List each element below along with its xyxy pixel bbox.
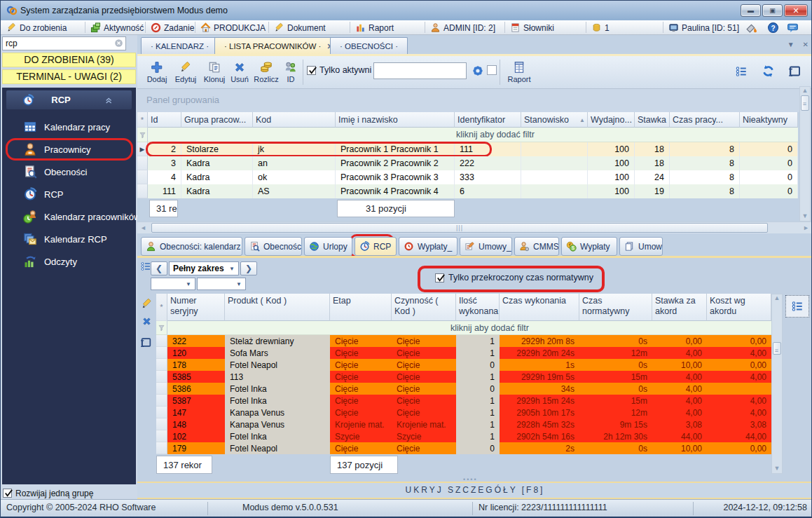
filter-dropdown-2[interactable]: ▼ xyxy=(197,278,246,290)
column-header-wydajno[interactable]: Wydajno... xyxy=(588,112,635,128)
close-button[interactable]: ✕ xyxy=(784,4,808,17)
sidebar-item-odczyty[interactable]: Odczyty xyxy=(6,252,136,271)
column-header-czas-pracy[interactable]: Czas pracy... xyxy=(670,112,740,128)
menu-item-do-zrobienia[interactable]: Do zrobienia xyxy=(6,22,67,34)
nav-group-rcp[interactable]: RCP xyxy=(6,90,132,109)
employee-row[interactable]: 3KadraanPracownik 2 Pracownik 2222100188… xyxy=(137,156,798,170)
production-row[interactable]: 120Sofa MarsCięcieCięcie12929h 20m 24s12… xyxy=(156,347,771,359)
select-window-icon[interactable] xyxy=(788,64,801,78)
column-header-id[interactable]: Id xyxy=(148,112,181,128)
filter-dropdown-1[interactable]: ▼ xyxy=(151,278,195,290)
employee-row[interactable]: 4KadraokPracownik 3 Pracownik 3333100248… xyxy=(137,170,798,184)
detail-tab-cmms[interactable]: CMMS xyxy=(514,237,559,256)
column-header-czas-normatywny[interactable]: Czas normatywny xyxy=(579,294,652,321)
column-header-stawka-za-akord[interactable]: Stawka za akord xyxy=(652,294,707,321)
column-header-etap[interactable]: Etap xyxy=(330,294,392,321)
gear-option-box[interactable] xyxy=(487,65,497,75)
raport-button[interactable]: Raport xyxy=(504,58,535,86)
filter-row[interactable]: kliknij aby dodać filtr xyxy=(156,321,771,335)
tab-lista-pracownik-w[interactable]: · LISTA PRACOWNIKÓW ·✕ xyxy=(214,37,343,55)
klonuj-button[interactable]: Klonuj xyxy=(201,58,228,86)
chat-icon[interactable] xyxy=(787,22,799,34)
paint-icon[interactable] xyxy=(745,22,757,34)
production-row[interactable]: 179Fotel NeapolCięcieCięcie02s0s10,000,0… xyxy=(156,442,771,454)
detail-tab-rcp[interactable]: RCP xyxy=(355,237,397,256)
range-dropdown[interactable]: Pełny zakres▼ xyxy=(169,261,239,275)
checkbox-checked[interactable] xyxy=(435,273,444,282)
employee-row[interactable]: ▶2StolarzejkPracownik 1 Pracownik 111110… xyxy=(137,142,798,156)
active-only-checkbox[interactable]: Tylko aktywni xyxy=(307,65,371,75)
collapse-chevron-icon[interactable] xyxy=(91,95,126,105)
refresh-icon[interactable] xyxy=(762,64,775,78)
detail-tab-wyp-aty[interactable]: Wypłaty_ xyxy=(399,237,457,256)
column-header-numer-seryjny[interactable]: Numer seryjny xyxy=(167,294,225,321)
production-row[interactable]: 147Kanapa VenusCięcieCięcie12905h 10m 17… xyxy=(156,407,771,418)
production-row[interactable]: 322Stelaż drewnianyCięcieCięcie12929h 20… xyxy=(156,335,771,347)
menu-item-admin-id-2[interactable]: ADMIN [ID: 2] xyxy=(430,22,495,34)
employee-row[interactable]: 111KadraASPracownik 4 Pracownik 46100198… xyxy=(137,184,798,198)
menu-item-dokument[interactable]: Dokument xyxy=(274,22,326,34)
expand-one-group-checkbox[interactable]: Rozwijaj jedną grupę xyxy=(1,487,137,499)
todo-button[interactable]: DO ZROBIENIA (39) xyxy=(2,53,136,67)
production-vscrollbar[interactable]: ▲ ≡ ▼ xyxy=(771,294,783,474)
sidebar-item-obecno-ci[interactable]: Obecności xyxy=(6,162,136,182)
overtime-checkbox[interactable]: Tylko przekroczony czas normatywny xyxy=(435,273,593,282)
hide-details-bar[interactable]: UKRYJ SZCZEGÓŁY [F8] xyxy=(137,482,812,499)
list-icon[interactable] xyxy=(735,65,748,78)
grid-options-button[interactable] xyxy=(785,295,809,318)
range-prev-button[interactable]: ❮ xyxy=(151,261,167,275)
sidebar-item-kalendarz-pracy[interactable]: Kalendarz pracy xyxy=(6,117,136,137)
maximize-button[interactable]: ▣ xyxy=(762,4,783,17)
detail-delete-icon[interactable] xyxy=(142,316,152,327)
menu-item-1[interactable]: 1 xyxy=(591,22,610,34)
range-next-button[interactable]: ❯ xyxy=(240,261,257,275)
detail-list-icon[interactable] xyxy=(140,261,151,272)
gear-icon[interactable] xyxy=(472,64,484,77)
checkbox-checked[interactable] xyxy=(3,489,12,498)
detail-edit-icon[interactable] xyxy=(141,298,153,310)
production-row[interactable]: 178Fotel NeapolCięcieCięcie01s0s10,000,0… xyxy=(156,359,771,371)
detail-tab-obecno-ci-kalendarz[interactable]: Obecności: kalendarz xyxy=(141,237,242,256)
tab-obecno-ci[interactable]: · OBECNOŚCI · xyxy=(330,37,408,55)
tab-kalendarz[interactable]: · KALENDARZ · xyxy=(141,37,219,55)
id-button[interactable]: ID xyxy=(282,58,299,86)
menu-item-s-owniki[interactable]: Słowniki xyxy=(510,22,554,34)
detail-tab-obecno-ci[interactable]: Obecności xyxy=(245,237,302,256)
column-header-produkt-kod[interactable]: Produkt ( Kod ) xyxy=(225,294,330,321)
group-panel[interactable]: Panel grupowania xyxy=(137,89,812,112)
employees-vscrollbar[interactable]: ▲ ≡ ▼ xyxy=(799,86,811,221)
column-header-identyfikator[interactable]: Identyfikator xyxy=(455,112,521,128)
sidebar-search-input[interactable]: rcp xyxy=(2,36,126,50)
menu-item-raport[interactable]: Raport xyxy=(355,22,394,34)
detail-tab-wyp-aty[interactable]: €$Wypłaty xyxy=(561,237,617,256)
column-header-koszt-wg-akordu[interactable]: Koszt wg akordu xyxy=(707,294,771,321)
production-row[interactable]: 148Kanapa VenusKrojenie mat.Krojenie mat… xyxy=(156,418,771,430)
menu-item-aktywno[interactable]: Aktywność xyxy=(90,22,144,34)
menu-item-zadanie[interactable]: Zadanie xyxy=(151,22,194,34)
column-header-czynno-kod[interactable]: Czynność ( Kod ) xyxy=(392,294,456,321)
menu-item-paulina-id-51[interactable]: Paulina [ID: 51] xyxy=(668,22,739,34)
search-clear-icon[interactable] xyxy=(114,39,123,48)
production-row[interactable]: 102Fotel InkaSzycieSzycie12902h 54m 16s2… xyxy=(156,430,771,442)
column-header-czas-wykonania[interactable]: Czas wykonania xyxy=(500,294,579,321)
column-header-grupa-pracow[interactable]: Grupa pracow... xyxy=(181,112,253,128)
sidebar-item-rcp[interactable]: RCP xyxy=(6,184,136,204)
minimize-button[interactable]: ▬ xyxy=(741,4,761,17)
tab-scroll-down-icon[interactable]: ▼ xyxy=(787,41,794,48)
column-header-stawka[interactable]: Stawka xyxy=(635,112,670,128)
production-row[interactable]: 5385113CięcieCięcie12929h 19m 5s15m4,004… xyxy=(156,371,771,383)
tab-close-icon[interactable]: ✕ xyxy=(803,41,808,48)
column-header-ilo-wykonana[interactable]: Ilość wykonana xyxy=(456,294,500,321)
detail-tab-urlopy[interactable]: Urlopy xyxy=(304,237,352,256)
menu-item-produkcja[interactable]: PRODUKCJA xyxy=(200,22,266,34)
production-row[interactable]: 5386Fotel InkaCięcieCięcie034s0s4,00 xyxy=(156,383,771,395)
detail-tab-umowy[interactable]: Umowy xyxy=(619,237,663,256)
sidebar-item-kalendarz-pracownik-w[interactable]: Kalendarz pracowników xyxy=(6,207,136,226)
help-icon[interactable]: ? xyxy=(767,22,779,34)
employees-hscrollbar[interactable]: ◄ ||| ► xyxy=(137,221,812,233)
filter-row[interactable]: kliknij aby dodać filtr xyxy=(137,128,798,142)
toolbar-search-input[interactable] xyxy=(373,62,467,79)
usu-button[interactable]: Usuń xyxy=(229,58,250,86)
column-header-stanowisko[interactable]: Stanowisko▲ xyxy=(521,112,588,128)
production-row[interactable]: 5387Fotel InkaCięcieCięcie12929h 15m 24s… xyxy=(156,395,771,407)
